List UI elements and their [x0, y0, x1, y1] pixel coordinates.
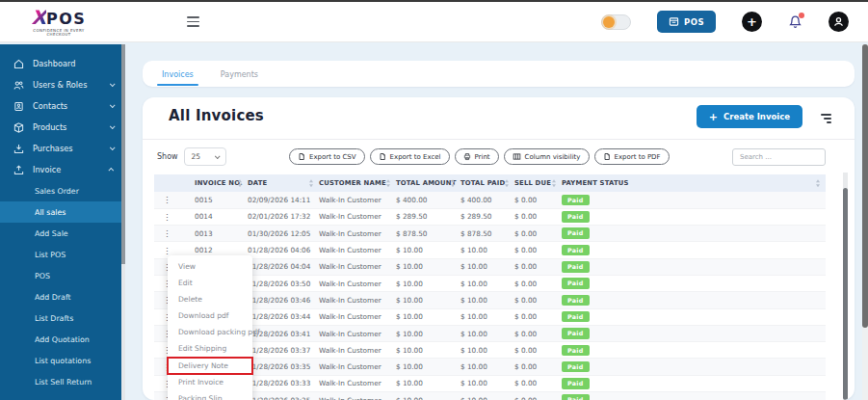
sidebar-item-purchases[interactable]: Purchases — [0, 138, 125, 159]
page-scrollbar-thumb[interactable] — [862, 44, 868, 328]
cell-total-paid: $ 289.50 — [460, 208, 514, 225]
export-pdf-button[interactable]: Export to PDF — [594, 148, 670, 165]
context-menu-item[interactable]: Delete — [168, 291, 252, 307]
cell-total-amount: $ 10.00 — [396, 258, 460, 275]
sidebar-sub-item[interactable]: Sales Order — [0, 180, 125, 201]
cell-payment-status: Paid — [562, 342, 826, 359]
context-menu-item[interactable]: Print Invoice — [168, 374, 252, 390]
cell-date: 01/28/2026 04:04 — [248, 258, 319, 275]
column-header[interactable]: PAYMENT STATUS — [562, 174, 826, 192]
sidebar-sub-item[interactable]: List POS — [0, 244, 125, 265]
sidebar-sub-item[interactable]: List quotations — [0, 350, 125, 371]
print-button[interactable]: Print — [455, 148, 499, 165]
sidebar-sub-item[interactable]: Add Quotation — [0, 329, 125, 350]
sidebar-sub-item[interactable]: List Drafts — [0, 307, 125, 329]
sort-icon — [505, 179, 509, 187]
status-badge: Paid — [562, 261, 590, 273]
cell-total-amount: $ 10.00 — [396, 342, 460, 359]
sidebar-sub-item[interactable]: List Sell Return — [0, 371, 125, 392]
cell-sell-due: $ 0.00 — [514, 242, 562, 258]
table-scrollbar-thumb[interactable] — [843, 188, 848, 400]
context-menu-item[interactable]: Edit — [168, 275, 252, 291]
sidebar-sub-item[interactable]: All sales — [0, 201, 125, 223]
sidebar-sub-item[interactable]: POS — [0, 265, 125, 286]
export-csv-button[interactable]: Export to CSV — [289, 148, 365, 165]
sidebar-item-dashboard[interactable]: Dashboard — [0, 53, 125, 74]
cell-sell-due: $ 0.00 — [514, 342, 562, 359]
chevron-down-icon — [110, 145, 116, 150]
add-button[interactable]: + — [742, 12, 762, 32]
create-invoice-button[interactable]: + Create Invoice — [697, 105, 802, 128]
sidebar-toggle-hamburger-icon[interactable] — [187, 16, 199, 27]
cell-payment-status: Paid — [562, 325, 826, 341]
cell-invoice-no: 0013 — [195, 226, 248, 242]
cell-total-paid: $ 10.00 — [460, 275, 514, 291]
sidebar-sub-item[interactable]: Add Draft — [0, 286, 125, 307]
user-avatar[interactable] — [829, 12, 849, 32]
cell-customer: Walk-In Customer — [319, 308, 396, 325]
row-actions-kebab-icon[interactable]: ⋮ — [154, 192, 195, 208]
row-actions-kebab-icon[interactable]: ⋮ — [154, 208, 195, 225]
sidebar-item-users-roles[interactable]: Users & Roles — [0, 74, 125, 95]
row-actions-kebab-icon[interactable]: ⋮ — [154, 226, 195, 242]
cell-sell-due: $ 0.00 — [514, 275, 562, 291]
column-header[interactable]: CUSTOMER NAME — [319, 174, 396, 192]
cell-date: 01/28/2026 03:25 — [248, 392, 319, 400]
tab-payments[interactable]: Payments — [207, 62, 272, 86]
sidebar: Dashboard Users & Roles Contacts Product… — [0, 44, 125, 400]
context-menu-item[interactable]: Edit Shipping — [168, 340, 252, 357]
pos-button[interactable]: POS — [657, 11, 716, 33]
context-menu-item[interactable]: Download pdf — [168, 307, 252, 324]
chevron-down-icon — [214, 153, 220, 159]
cell-payment-status: Paid — [562, 226, 826, 242]
chevron-down-icon — [110, 102, 116, 108]
column-header[interactable]: TOTAL PAID — [460, 174, 514, 192]
cell-total-paid: $ 10.00 — [460, 325, 514, 341]
column-header[interactable]: SELL DUE — [514, 174, 562, 192]
cell-sell-due: $ 0.00 — [514, 226, 562, 242]
search-input[interactable] — [732, 148, 826, 166]
cell-sell-due: $ 0.00 — [514, 192, 562, 208]
status-badge: Paid — [562, 361, 590, 373]
sidebar-sub-item[interactable]: Add Sale — [0, 223, 125, 244]
sidebar-item-products[interactable]: Products — [0, 117, 125, 138]
contact-card-icon — [13, 101, 24, 112]
column-header[interactable]: TOTAL AMOUNT — [396, 174, 460, 192]
sidebar-scrollbar-thumb[interactable] — [121, 44, 125, 264]
context-menu-item[interactable]: View — [168, 258, 252, 275]
cell-total-amount: $ 10.00 — [396, 292, 460, 308]
export-button-group: Export to CSV Export to Excel Print Colu… — [226, 148, 732, 165]
column-header[interactable]: DATE — [248, 174, 319, 192]
cell-date: 01/28/2026 03:50 — [248, 275, 319, 291]
app-logo[interactable]: X POS CONFIDENCE IN EVERY CHECKOUT — [25, 8, 92, 37]
cell-sell-due: $ 0.00 — [514, 208, 562, 225]
context-menu-item[interactable]: Packing Slip — [168, 390, 252, 400]
context-menu-item[interactable]: Delivery Note — [168, 358, 252, 374]
topbar: X POS CONFIDENCE IN EVERY CHECKOUT POS + — [0, 2, 868, 42]
tab-invoices[interactable]: Invoices — [148, 62, 207, 86]
sidebar-item-contacts[interactable]: Contacts — [0, 95, 125, 117]
export-excel-button[interactable]: Export to Excel — [370, 148, 450, 165]
row-context-menu: View Edit Delete Download pdf Download p… — [168, 255, 252, 400]
table-row: ⋮ 0015 02/09/2026 14:11 Walk-In Customer… — [154, 192, 826, 208]
theme-toggle[interactable] — [601, 14, 631, 30]
cell-sell-due: $ 0.00 — [514, 292, 562, 308]
context-menu-item[interactable]: Download packing pdf — [168, 324, 252, 340]
cell-customer: Walk-In Customer — [319, 275, 396, 291]
page-size-select[interactable]: 25 — [184, 147, 226, 166]
column-visibility-button[interactable]: Column visibility — [504, 148, 590, 165]
notifications-button[interactable] — [788, 14, 802, 29]
cell-total-paid: $ 10.00 — [460, 308, 514, 325]
filter-icon[interactable] — [818, 111, 834, 126]
cell-customer: Walk-In Customer — [319, 325, 396, 341]
cell-total-amount: $ 10.00 — [396, 308, 460, 325]
cell-total-paid: $ 10.00 — [460, 292, 514, 308]
sidebar-item-invoice[interactable]: Invoice — [0, 159, 125, 180]
table-header-row: INVOICE NO. DATE CUSTOMER NAME — [154, 174, 826, 192]
sidebar-invoice-submenu: Sales Order All sales Add Sale List POS … — [0, 180, 125, 392]
file-icon — [379, 152, 386, 161]
status-badge: Paid — [562, 211, 590, 223]
column-header[interactable]: INVOICE NO. — [195, 174, 248, 192]
status-badge: Paid — [562, 245, 590, 256]
cell-customer: Walk-In Customer — [319, 392, 396, 400]
